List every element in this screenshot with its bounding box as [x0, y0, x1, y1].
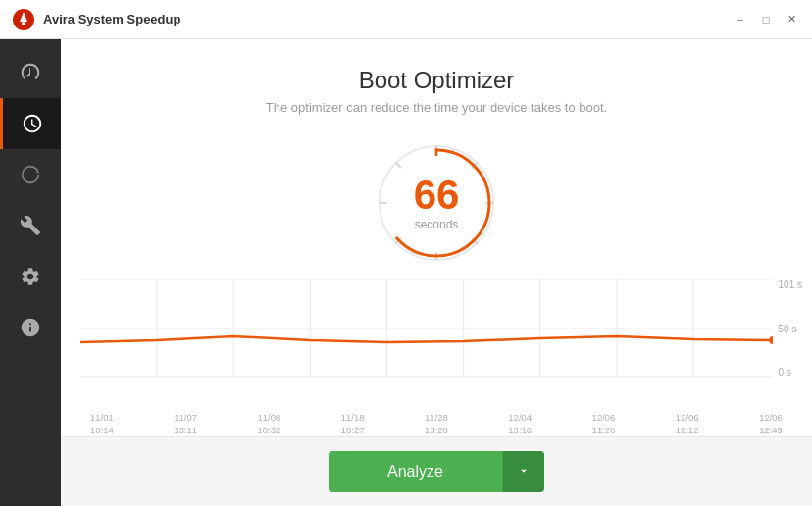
sidebar-item-settings[interactable] — [0, 251, 61, 302]
sidebar-item-info[interactable] — [0, 302, 61, 353]
analyze-button[interactable]: Analyze — [329, 451, 502, 492]
content-header: Boot Optimizer The optimizer can reduce … — [266, 39, 607, 125]
close-button[interactable]: ✕ — [783, 11, 800, 28]
svg-line-7 — [396, 163, 402, 169]
window-controls: − □ ✕ — [732, 11, 800, 28]
timer-display: 66 seconds — [368, 134, 505, 272]
sidebar-item-optimizer[interactable] — [0, 149, 61, 200]
x-label-8: 12/06 12:49 — [759, 412, 783, 436]
titlebar: Avira System Speedup − □ ✕ — [0, 0, 812, 39]
app-body: Boot Optimizer The optimizer can reduce … — [0, 39, 812, 506]
sidebar-item-boot[interactable] — [0, 98, 61, 149]
chart-area: 101 s 50 s 0 s — [61, 279, 812, 410]
chart-x-labels: 11/01 10:14 11/07 13:11 11/08 10:32 11/1… — [61, 410, 812, 436]
maximize-button[interactable]: □ — [757, 11, 775, 28]
app-title: Avira System Speedup — [43, 12, 732, 26]
page-title: Boot Optimizer — [266, 67, 607, 94]
x-label-7: 12/06 12:12 — [676, 412, 699, 436]
x-label-2: 11/08 10:32 — [258, 412, 281, 436]
app-logo — [12, 8, 35, 31]
timer-unit: seconds — [414, 218, 460, 231]
analyze-dropdown-button[interactable] — [502, 451, 544, 492]
speedometer-icon — [20, 62, 41, 83]
wrench-icon — [20, 215, 41, 236]
chevron-down-icon — [517, 464, 531, 478]
minimize-button[interactable]: − — [732, 11, 749, 28]
main-content: Boot Optimizer The optimizer can reduce … — [61, 39, 812, 506]
info-icon — [20, 317, 41, 338]
sidebar-item-dashboard[interactable] — [0, 47, 61, 98]
analyze-bar: Analyze — [61, 436, 812, 506]
x-label-5: 12/04 13:16 — [508, 412, 532, 436]
y-label-high: 101 s — [779, 279, 802, 290]
clock-icon — [22, 113, 43, 134]
page-subtitle: The optimizer can reduce the time your d… — [266, 100, 607, 115]
analyze-btn-container: Analyze — [329, 451, 544, 492]
sidebar — [0, 39, 61, 506]
timer-value: 66 — [414, 175, 460, 216]
gear-icon — [20, 266, 41, 287]
svg-point-24 — [769, 336, 773, 344]
chart-y-labels: 101 s 50 s 0 s — [779, 279, 802, 378]
title-bold: System Speedup — [78, 12, 181, 26]
boot-chart — [80, 279, 773, 378]
y-label-low: 0 s — [779, 367, 802, 378]
sidebar-item-tools[interactable] — [0, 200, 61, 251]
x-label-0: 11/01 10:14 — [90, 412, 114, 436]
y-label-mid: 50 s — [779, 324, 802, 334]
timer-text: 66 seconds — [414, 175, 460, 231]
x-label-6: 12/06 11:26 — [592, 412, 616, 436]
x-label-1: 11/07 13:11 — [174, 412, 197, 436]
title-prefix: Avira — [43, 12, 78, 26]
svg-point-1 — [22, 22, 25, 25]
x-label-4: 11/28 13:20 — [425, 412, 448, 436]
spinner-icon — [20, 164, 41, 185]
x-label-3: 11/18 10:27 — [341, 412, 365, 436]
